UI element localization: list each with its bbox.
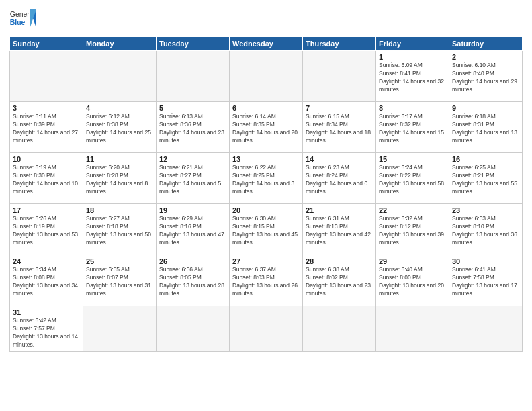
day-info: Sunrise: 6:34 AM Sunset: 8:08 PM Dayligh… — [13, 266, 80, 298]
day-info: Sunrise: 6:37 AM Sunset: 8:03 PM Dayligh… — [232, 266, 300, 298]
day-info: Sunrise: 6:18 AM Sunset: 8:31 PM Dayligh… — [452, 113, 519, 145]
calendar-week-row: 1Sunrise: 6:09 AM Sunset: 8:41 PM Daylig… — [10, 51, 523, 102]
calendar-cell: 31Sunrise: 6:42 AM Sunset: 7:57 PM Dayli… — [10, 306, 83, 352]
logo: General Blue — [9, 7, 36, 32]
calendar-cell: 10Sunrise: 6:19 AM Sunset: 8:30 PM Dayli… — [10, 153, 83, 204]
logo-icon: General Blue — [9, 7, 36, 32]
day-info: Sunrise: 6:41 AM Sunset: 7:58 PM Dayligh… — [452, 266, 519, 298]
calendar-cell — [449, 306, 523, 352]
day-info: Sunrise: 6:23 AM Sunset: 8:24 PM Dayligh… — [306, 164, 373, 196]
day-info: Sunrise: 6:27 AM Sunset: 8:18 PM Dayligh… — [86, 215, 153, 247]
day-info: Sunrise: 6:30 AM Sunset: 8:15 PM Dayligh… — [232, 215, 300, 247]
day-number: 13 — [232, 155, 300, 163]
calendar-cell: 22Sunrise: 6:32 AM Sunset: 8:12 PM Dayli… — [376, 204, 449, 255]
calendar-week-row: 3Sunrise: 6:11 AM Sunset: 8:39 PM Daylig… — [10, 102, 523, 153]
calendar-cell: 11Sunrise: 6:20 AM Sunset: 8:28 PM Dayli… — [83, 153, 157, 204]
calendar-week-row: 10Sunrise: 6:19 AM Sunset: 8:30 PM Dayli… — [10, 153, 523, 204]
day-number: 17 — [13, 206, 80, 214]
calendar-cell: 6Sunrise: 6:14 AM Sunset: 8:35 PM Daylig… — [230, 102, 303, 153]
calendar-cell — [303, 306, 376, 352]
day-info: Sunrise: 6:13 AM Sunset: 8:36 PM Dayligh… — [159, 113, 226, 145]
calendar-cell: 20Sunrise: 6:30 AM Sunset: 8:15 PM Dayli… — [230, 204, 303, 255]
calendar-cell: 27Sunrise: 6:37 AM Sunset: 8:03 PM Dayli… — [230, 255, 303, 306]
day-number: 23 — [452, 206, 519, 214]
day-number: 21 — [306, 206, 373, 214]
calendar-week-row: 17Sunrise: 6:26 AM Sunset: 8:19 PM Dayli… — [10, 204, 523, 255]
calendar-cell: 7Sunrise: 6:15 AM Sunset: 8:34 PM Daylig… — [303, 102, 376, 153]
day-info: Sunrise: 6:17 AM Sunset: 8:32 PM Dayligh… — [379, 113, 446, 145]
day-info: Sunrise: 6:14 AM Sunset: 8:35 PM Dayligh… — [232, 113, 300, 145]
day-number: 26 — [159, 257, 226, 265]
weekday-header: Monday — [83, 37, 157, 51]
calendar-cell: 15Sunrise: 6:24 AM Sunset: 8:22 PM Dayli… — [376, 153, 449, 204]
day-number: 25 — [86, 257, 153, 265]
day-number: 16 — [452, 155, 519, 163]
day-number: 22 — [379, 206, 446, 214]
svg-text:Blue: Blue — [10, 19, 26, 26]
weekday-header: Saturday — [449, 37, 523, 51]
day-info: Sunrise: 6:20 AM Sunset: 8:28 PM Dayligh… — [86, 164, 153, 196]
day-info: Sunrise: 6:31 AM Sunset: 8:13 PM Dayligh… — [306, 215, 373, 247]
calendar-cell: 30Sunrise: 6:41 AM Sunset: 7:58 PM Dayli… — [449, 255, 523, 306]
calendar-cell — [303, 51, 376, 102]
day-info: Sunrise: 6:22 AM Sunset: 8:25 PM Dayligh… — [232, 164, 300, 196]
day-info: Sunrise: 6:19 AM Sunset: 8:30 PM Dayligh… — [13, 164, 80, 196]
calendar-cell: 5Sunrise: 6:13 AM Sunset: 8:36 PM Daylig… — [157, 102, 230, 153]
weekday-header: Wednesday — [230, 37, 303, 51]
calendar-cell — [376, 306, 449, 352]
calendar-cell: 26Sunrise: 6:36 AM Sunset: 8:05 PM Dayli… — [157, 255, 230, 306]
day-info: Sunrise: 6:29 AM Sunset: 8:16 PM Dayligh… — [159, 215, 226, 247]
weekday-header: Friday — [376, 37, 449, 51]
day-number: 12 — [159, 155, 226, 163]
calendar-week-row: 31Sunrise: 6:42 AM Sunset: 7:57 PM Dayli… — [10, 306, 523, 352]
day-number: 4 — [86, 104, 153, 112]
weekday-header: Sunday — [10, 37, 83, 51]
day-number: 28 — [306, 257, 373, 265]
day-info: Sunrise: 6:09 AM Sunset: 8:41 PM Dayligh… — [379, 62, 446, 94]
calendar-cell: 2Sunrise: 6:10 AM Sunset: 8:40 PM Daylig… — [449, 51, 523, 102]
calendar-cell — [10, 51, 83, 102]
page-header: General Blue — [9, 7, 523, 32]
calendar-cell: 17Sunrise: 6:26 AM Sunset: 8:19 PM Dayli… — [10, 204, 83, 255]
day-number: 8 — [379, 104, 446, 112]
calendar-cell — [157, 51, 230, 102]
calendar-cell: 19Sunrise: 6:29 AM Sunset: 8:16 PM Dayli… — [157, 204, 230, 255]
day-number: 29 — [379, 257, 446, 265]
day-number: 11 — [86, 155, 153, 163]
day-number: 24 — [13, 257, 80, 265]
day-number: 30 — [452, 257, 519, 265]
calendar-cell — [230, 51, 303, 102]
day-number: 5 — [159, 104, 226, 112]
calendar-cell — [83, 306, 157, 352]
day-info: Sunrise: 6:38 AM Sunset: 8:02 PM Dayligh… — [306, 266, 373, 298]
calendar-cell: 29Sunrise: 6:40 AM Sunset: 8:00 PM Dayli… — [376, 255, 449, 306]
day-info: Sunrise: 6:11 AM Sunset: 8:39 PM Dayligh… — [13, 113, 80, 145]
calendar-page: General Blue SundayMondayTuesdayWednesda… — [0, 0, 532, 411]
day-info: Sunrise: 6:26 AM Sunset: 8:19 PM Dayligh… — [13, 215, 80, 247]
day-number: 9 — [452, 104, 519, 112]
calendar-cell: 16Sunrise: 6:25 AM Sunset: 8:21 PM Dayli… — [449, 153, 523, 204]
day-info: Sunrise: 6:24 AM Sunset: 8:22 PM Dayligh… — [379, 164, 446, 196]
calendar-cell — [83, 51, 157, 102]
calendar-cell: 25Sunrise: 6:35 AM Sunset: 8:07 PM Dayli… — [83, 255, 157, 306]
calendar-cell: 1Sunrise: 6:09 AM Sunset: 8:41 PM Daylig… — [376, 51, 449, 102]
day-info: Sunrise: 6:33 AM Sunset: 8:10 PM Dayligh… — [452, 215, 519, 247]
day-number: 15 — [379, 155, 446, 163]
calendar-cell: 28Sunrise: 6:38 AM Sunset: 8:02 PM Dayli… — [303, 255, 376, 306]
weekday-header: Thursday — [303, 37, 376, 51]
weekday-header-row: SundayMondayTuesdayWednesdayThursdayFrid… — [10, 37, 523, 51]
calendar-table: SundayMondayTuesdayWednesdayThursdayFrid… — [9, 36, 523, 352]
calendar-cell — [230, 306, 303, 352]
day-info: Sunrise: 6:35 AM Sunset: 8:07 PM Dayligh… — [86, 266, 153, 298]
calendar-cell: 21Sunrise: 6:31 AM Sunset: 8:13 PM Dayli… — [303, 204, 376, 255]
day-info: Sunrise: 6:15 AM Sunset: 8:34 PM Dayligh… — [306, 113, 373, 145]
day-info: Sunrise: 6:12 AM Sunset: 8:38 PM Dayligh… — [86, 113, 153, 145]
calendar-cell: 8Sunrise: 6:17 AM Sunset: 8:32 PM Daylig… — [376, 102, 449, 153]
day-number: 19 — [159, 206, 226, 214]
day-number: 2 — [452, 53, 519, 61]
calendar-cell: 24Sunrise: 6:34 AM Sunset: 8:08 PM Dayli… — [10, 255, 83, 306]
day-number: 3 — [13, 104, 80, 112]
day-info: Sunrise: 6:32 AM Sunset: 8:12 PM Dayligh… — [379, 215, 446, 247]
calendar-cell: 3Sunrise: 6:11 AM Sunset: 8:39 PM Daylig… — [10, 102, 83, 153]
day-info: Sunrise: 6:21 AM Sunset: 8:27 PM Dayligh… — [159, 164, 226, 196]
